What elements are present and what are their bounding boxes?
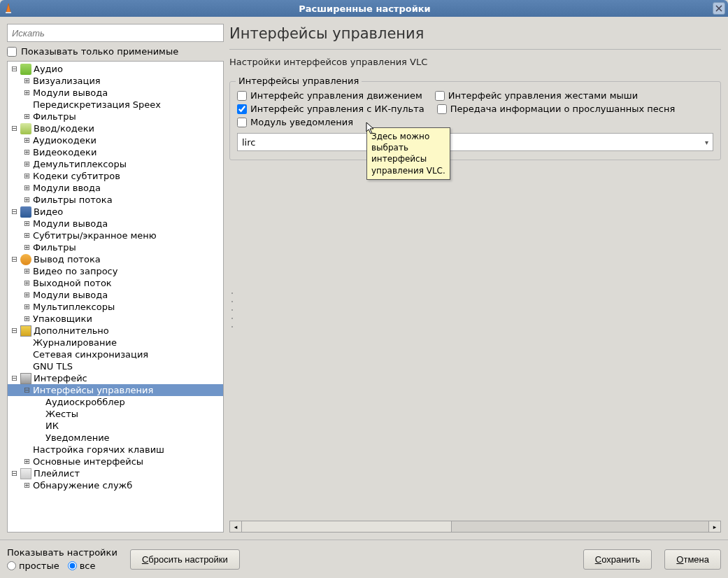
show-applicable-input[interactable] [7,47,17,57]
expander-icon[interactable]: ⊞ [23,76,31,85]
tree-item[interactable]: GNU TLS [8,360,223,372]
tree-item-label: Кодеки субтитров [33,171,120,181]
checkbox-ir-remote[interactable]: Интерфейс управления с ИК-пульта [237,104,424,114]
horizontal-scrollbar[interactable]: ◂ ▸ [229,521,721,533]
splitter-handle[interactable] [230,289,234,331]
tree-item[interactable]: ⊞Видео по запросу [8,265,223,277]
tree-item[interactable]: ⊞Модули вывода [8,289,223,301]
tree-item[interactable]: ⊞Фильтры потока [8,194,223,206]
reset-button[interactable]: Сбросить настройки [130,549,240,570]
tree-item[interactable]: ⊟Видео [8,206,223,218]
tree-item[interactable]: ⊞Демультиплексоры [8,158,223,170]
tree-item[interactable]: ⊟Ввод/кодеки [8,122,223,134]
tree-item-label: Аудиоскробблер [45,397,125,407]
expander-icon[interactable]: ⊟ [10,64,18,73]
tree-item-label: Жесты [45,409,78,419]
video-icon [20,206,31,218]
scroll-right-button[interactable]: ▸ [708,521,720,532]
tree-item[interactable]: Журналирование [8,337,223,348]
tree-item[interactable]: Настройка горячих клавиш [8,444,223,456]
expander-icon[interactable]: ⊟ [23,386,31,395]
expander-icon[interactable]: ⊞ [23,219,31,228]
tree-item[interactable]: ⊞Визуализация [8,75,223,87]
expander-icon[interactable]: ⊟ [10,255,18,264]
tree-item[interactable]: ⊞Модули вывода [8,87,223,99]
tree-item[interactable]: ⊞Аудиокодеки [8,134,223,146]
tree-item[interactable]: ⊞Фильтры [8,111,223,122]
expander-icon[interactable]: ⊟ [10,124,18,133]
close-button[interactable] [713,2,725,15]
tree-item[interactable]: ⊟Плейлист [8,467,223,479]
tree-item[interactable]: ⊞Фильтры [8,241,223,253]
footer: Показывать настройки простые все Сбросит… [0,540,728,578]
expander-icon[interactable]: ⊞ [23,88,31,97]
tree-item-label: Модули вывода [33,218,108,229]
tree-item[interactable]: ⊞Мультиплексоры [8,301,223,313]
tree-item[interactable]: ИК [8,420,223,432]
tree-item[interactable]: ⊞Субтитры/экранное меню [8,230,223,241]
tree-item[interactable]: Уведомление [8,432,223,444]
expander-icon[interactable]: ⊞ [23,231,31,240]
tree-item-label: Субтитры/экранное меню [33,230,157,241]
checkbox-motion[interactable]: Интерфейс управления движением [237,90,422,101]
expander-icon[interactable]: ⊟ [10,326,18,335]
tree-item[interactable]: ⊞Основные интерфейсы [8,456,223,467]
scroll-left-button[interactable]: ◂ [230,521,242,532]
stream-icon [20,254,31,265]
expander-icon[interactable]: ⊞ [23,160,31,169]
expander-icon[interactable]: ⊞ [23,195,31,204]
chevron-down-icon: ▾ [705,139,708,146]
show-applicable-checkbox[interactable]: Показывать только применимые [7,46,224,57]
expander-icon[interactable]: ⊞ [23,302,31,311]
radio-simple[interactable]: простые [7,561,59,571]
tree-item[interactable]: Сетевая синхронизация [8,348,223,360]
expander-icon[interactable]: ⊞ [23,148,31,157]
tree-item[interactable]: ⊟Дополнительно [8,325,223,337]
tree-item[interactable]: ⊟Интерфейс [8,372,223,384]
expander-icon[interactable]: ⊞ [23,267,31,276]
search-input[interactable] [7,24,224,42]
tree-item[interactable]: ⊟Интерфейсы управления [8,384,223,396]
tree-item[interactable]: ⊞Видеокодеки [8,146,223,158]
tree-item-label: Обнаружение служб [33,480,132,491]
expander-icon[interactable]: ⊟ [10,374,18,383]
checkbox-scrobble[interactable]: Передача информации о прослушанных песня [437,104,676,114]
tree-item-label: Видеокодеки [33,147,97,157]
expander-icon[interactable]: ⊞ [23,243,31,252]
expander-icon[interactable]: ⊟ [10,469,18,478]
tree-item[interactable]: ⊞Обнаружение служб [8,479,223,491]
tree-item-label: Видео [34,206,63,217]
iface-icon [20,373,31,384]
tree-item-label: Аудиокодеки [33,135,97,146]
radio-all[interactable]: все [68,561,96,571]
tree-item[interactable]: Передискретизация Speex [8,99,223,111]
tree-item[interactable]: Жесты [8,408,223,420]
expander-icon[interactable]: ⊞ [23,136,31,145]
tree-item[interactable]: ⊟Аудио [8,63,223,75]
cancel-button[interactable]: Отмена [664,549,721,570]
expander-icon[interactable]: ⊞ [23,183,31,192]
tree-item[interactable]: ⊞Выходной поток [8,277,223,289]
expander-icon[interactable]: ⊞ [23,290,31,299]
expander-icon[interactable]: ⊞ [23,481,31,490]
expander-icon[interactable]: ⊞ [23,279,31,288]
interface-dropdown[interactable]: lirc ▾ [237,133,713,151]
tree-item[interactable]: ⊞Модули ввода [8,182,223,194]
tree-item[interactable]: ⊞Кодеки субтитров [8,170,223,182]
settings-tree[interactable]: ⊟Аудио⊞Визуализация⊞Модули выводаПередис… [7,61,224,533]
tree-item-label: Аудио [34,64,63,74]
scroll-track[interactable] [242,521,708,532]
tree-item[interactable]: ⊞Модули вывода [8,218,223,230]
checkbox-mouse-gestures[interactable]: Интерфейс управления жестами мыши [435,90,638,101]
tree-item[interactable]: Аудиоскробблер [8,396,223,408]
expander-icon[interactable]: ⊞ [23,171,31,181]
save-button[interactable]: Сохранить [583,549,652,570]
expander-icon[interactable]: ⊞ [23,314,31,323]
tree-item[interactable]: ⊟Вывод потока [8,253,223,265]
scroll-thumb[interactable] [242,521,452,532]
expander-icon[interactable]: ⊞ [23,112,31,121]
tree-item[interactable]: ⊞Упаковщики [8,313,223,325]
checkbox-notify[interactable]: Модуль уведомления [237,117,353,127]
expander-icon[interactable]: ⊟ [10,207,18,216]
expander-icon[interactable]: ⊞ [23,457,31,466]
